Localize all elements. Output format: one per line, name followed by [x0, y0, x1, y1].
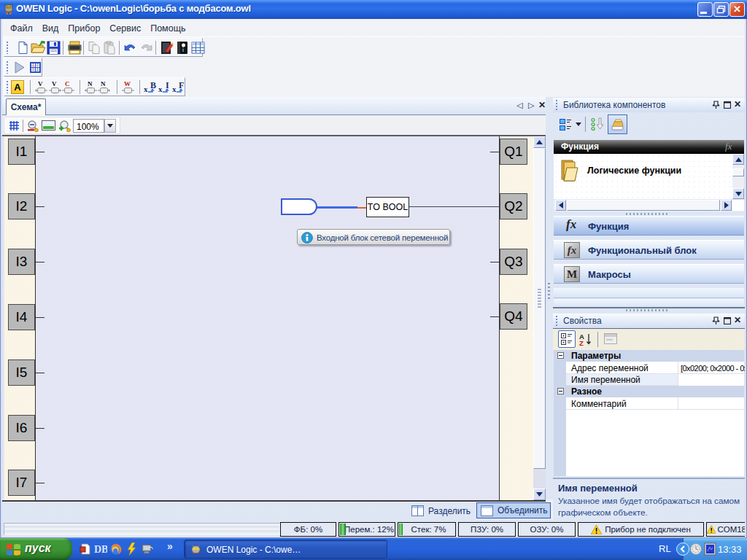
svg-text:DB: DB: [94, 544, 107, 555]
svg-text:1: 1: [36, 67, 39, 71]
svg-text:I: I: [166, 80, 169, 90]
svg-text:N: N: [88, 80, 93, 88]
svg-text:0: 0: [32, 67, 34, 71]
svg-text:Z: Z: [579, 339, 584, 346]
svg-text:x: x: [158, 85, 163, 93]
svg-text:W: W: [124, 80, 131, 88]
svg-text:x: x: [144, 85, 148, 93]
svg-text:N: N: [101, 80, 106, 88]
svg-text:C: C: [65, 80, 70, 88]
svg-text:V: V: [52, 80, 57, 88]
svg-text:F: F: [179, 80, 184, 90]
svg-text:V: V: [38, 80, 43, 88]
svg-text:B: B: [150, 80, 156, 90]
svg-text:x: x: [172, 85, 177, 93]
